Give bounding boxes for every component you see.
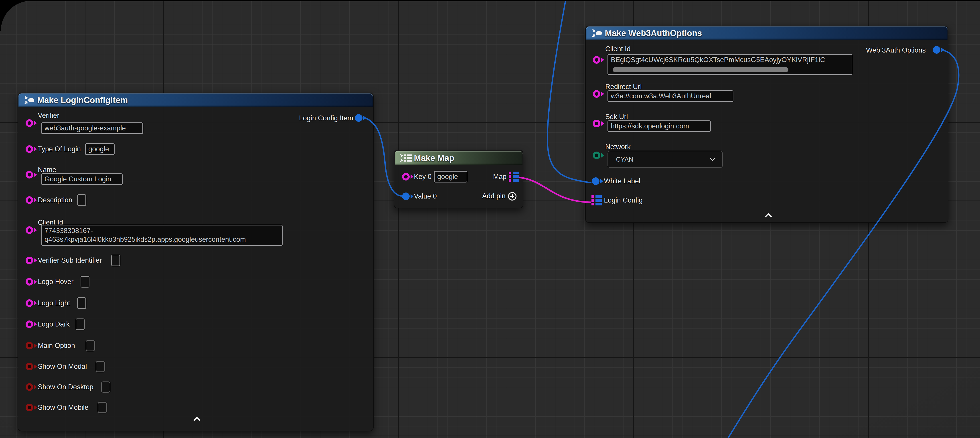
pin-in-show-on-mobile[interactable] <box>25 404 33 411</box>
network-select[interactable]: CYAN <box>608 151 723 168</box>
client-id-field[interactable]: BEglQSgt4cUWcj6SKRdu5QkOXTsePmMcusG5EAoy… <box>608 54 852 75</box>
pin-in-show-on-desktop[interactable] <box>25 383 33 391</box>
node-make-map[interactable]: Make Map Key 0 Map Value 0 Add pin <box>394 150 523 208</box>
node-header[interactable]: Make Map <box>395 151 522 165</box>
pin-in-verifier[interactable] <box>25 119 33 127</box>
logo-light-value-box[interactable] <box>77 297 86 309</box>
collapse-chevron-icon[interactable] <box>764 213 773 218</box>
label-show-on-modal: Show On Modal <box>38 362 87 371</box>
verifier-sub-identifier-value-box[interactable] <box>111 255 120 266</box>
label-logo-dark: Logo Dark <box>38 320 70 328</box>
blueprint-graph-canvas[interactable]: Make LoginConfigItem Login Config Item V… <box>0 0 980 438</box>
pin-out-map-icon[interactable] <box>509 171 519 182</box>
label-redirect-url: Redirect Url <box>605 83 642 91</box>
node-header[interactable]: Make Web3AuthOptions <box>586 27 948 40</box>
logo-hover-value-box[interactable] <box>81 276 89 288</box>
pin-in-client-id[interactable] <box>593 56 600 64</box>
redirect-url-field[interactable] <box>608 90 733 102</box>
node-title: Make Web3AuthOptions <box>605 29 702 38</box>
node-title: Make LoginConfigItem <box>37 96 128 105</box>
pin-in-logo-dark[interactable] <box>25 320 33 328</box>
pin-in-white-label[interactable] <box>592 177 600 185</box>
pin-in-sdk-url[interactable] <box>593 120 600 127</box>
pin-in-client-id[interactable] <box>25 226 33 234</box>
show-on-desktop-checkbox[interactable] <box>101 381 110 393</box>
plus-circle-icon[interactable] <box>508 192 517 201</box>
output-pin-label: Web 3Auth Options <box>866 46 926 54</box>
key0-field[interactable] <box>434 171 467 183</box>
label-login-config: Login Config <box>604 196 643 204</box>
label-logo-hover: Logo Hover <box>38 277 73 286</box>
label-description: Description <box>38 196 72 204</box>
pin-in-logo-light[interactable] <box>25 299 33 307</box>
label-logo-light: Logo Light <box>38 299 70 307</box>
output-pin-label: Login Config Item <box>299 114 353 123</box>
main-option-checkbox[interactable] <box>86 340 95 351</box>
pin-in-name[interactable] <box>25 171 33 178</box>
output-pin-label: Map <box>493 172 506 181</box>
node-make-web3authoptions[interactable]: Make Web3AuthOptions Web 3Auth Options C… <box>585 25 948 223</box>
pin-in-login-config-icon[interactable] <box>592 195 602 206</box>
add-pin-button[interactable]: Add pin <box>482 192 506 200</box>
canvas-top-edge <box>0 0 980 2</box>
label-type-of-login: Type Of Login <box>38 145 81 153</box>
pin-in-type-of-login[interactable] <box>25 145 33 153</box>
node-title: Make Map <box>414 153 454 163</box>
make-struct-icon <box>24 95 36 105</box>
description-value-box[interactable] <box>77 194 86 206</box>
canvas-rounded-corner <box>0 0 31 31</box>
type-of-login-field[interactable] <box>85 143 115 155</box>
label-verifier: Verifier <box>38 111 59 120</box>
label-key0: Key 0 <box>414 172 431 181</box>
sdk-url-field[interactable] <box>608 120 711 132</box>
network-selected-value: CYAN <box>616 156 633 163</box>
verifier-field[interactable] <box>41 123 143 134</box>
label-show-on-desktop: Show On Desktop <box>38 383 94 391</box>
node-make-loginconfigitem[interactable]: Make LoginConfigItem Login Config Item V… <box>18 92 374 431</box>
make-map-icon <box>399 153 414 163</box>
pin-in-redirect-url[interactable] <box>593 90 600 98</box>
pin-out-login-config-item[interactable] <box>355 114 363 122</box>
show-on-modal-checkbox[interactable] <box>96 361 105 372</box>
pin-in-main-option[interactable] <box>25 342 33 349</box>
label-value0: Value 0 <box>414 192 437 201</box>
name-field[interactable] <box>41 174 123 185</box>
collapse-chevron-icon[interactable] <box>192 416 202 422</box>
pin-in-network[interactable] <box>593 151 600 159</box>
label-show-on-mobile: Show On Mobile <box>38 403 88 412</box>
label-verifier-sub-identifier: Verifier Sub Identifier <box>38 256 102 264</box>
label-main-option: Main Option <box>38 341 75 350</box>
pin-in-logo-hover[interactable] <box>25 278 33 285</box>
label-sdk-url: Sdk Url <box>605 113 628 121</box>
chevron-down-icon <box>710 158 716 161</box>
pin-in-description[interactable] <box>25 196 33 204</box>
pin-in-value0[interactable] <box>402 193 410 200</box>
label-client-id: Client Id <box>605 45 631 53</box>
logo-dark-value-box[interactable] <box>76 319 84 330</box>
label-name: Name <box>38 166 56 174</box>
client-id-field[interactable]: 774338308167- q463s7kpvja16l4l0kko3nb925… <box>41 225 283 246</box>
pin-in-show-on-modal[interactable] <box>25 363 33 370</box>
wire-top-to-white-label[interactable] <box>547 0 592 183</box>
pin-in-verifier-sub-identifier[interactable] <box>25 256 33 264</box>
make-struct-icon <box>592 28 603 38</box>
pin-in-key0[interactable] <box>402 173 410 180</box>
node-header[interactable]: Make LoginConfigItem <box>19 94 373 107</box>
field-scrollbar[interactable] <box>612 67 788 72</box>
pin-out-web3auth-options[interactable] <box>933 46 940 54</box>
show-on-mobile-checkbox[interactable] <box>98 402 107 413</box>
label-white-label: White Label <box>604 177 640 185</box>
label-network: Network <box>605 143 631 151</box>
